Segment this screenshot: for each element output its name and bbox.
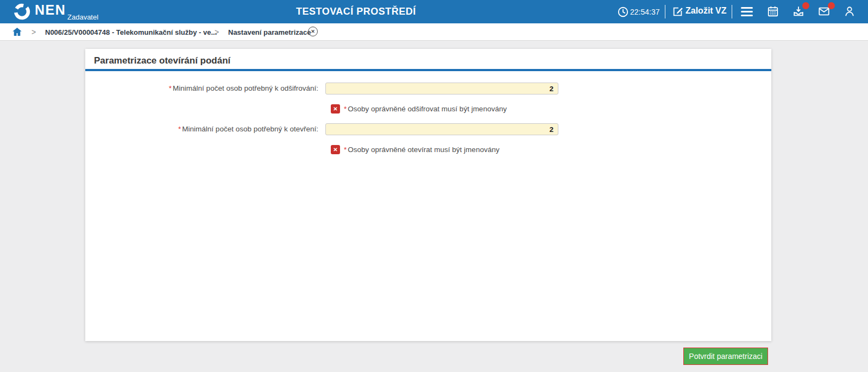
breadcrumb-separator: > [215, 28, 219, 36]
edit-icon [672, 5, 684, 17]
close-tab-icon[interactable]: ✕ [308, 27, 318, 36]
downloads-badge [802, 2, 809, 9]
page-title: Parametrizace otevírání podání [94, 55, 230, 66]
breadcrumb-item-procurement[interactable]: N006/25/V00004748 - Telekomunikační služ… [45, 28, 217, 36]
brand-name: NEN [35, 2, 66, 18]
confirm-parametrization-button[interactable]: Potvrdit parametrizaci [683, 348, 768, 365]
clock-icon [617, 0, 629, 23]
required-mark: * [344, 105, 347, 113]
menu-icon[interactable] [741, 7, 753, 18]
topbar-divider [665, 5, 665, 18]
breadcrumb-separator: > [32, 28, 36, 36]
current-time: 22:54:37 [630, 8, 660, 16]
calendar-icon[interactable] [767, 5, 780, 18]
error-icon: ✕ [331, 104, 340, 114]
open-error-row: ✕ *Osoby oprávněné otevírat musí být jme… [331, 145, 499, 154]
parametrization-panel: Parametrizace otevírání podání *Minimáln… [85, 49, 771, 341]
decrypt-error-text: *Osoby oprávněné odšifrovat musí být jme… [344, 105, 507, 113]
topbar-divider [732, 5, 732, 18]
decrypt-error-row: ✕ *Osoby oprávněné odšifrovat musí být j… [331, 104, 507, 114]
mail-badge [828, 2, 835, 9]
breadcrumb: > N006/25/V00004748 - Telekomunikační sl… [0, 23, 868, 41]
environment-title: TESTOVACÍ PROSTŘEDÍ [296, 6, 416, 17]
close-glyph: ✕ [311, 29, 315, 34]
open-error-text: *Osoby oprávněné otevírat musí být jmeno… [344, 146, 499, 154]
brand-subtitle: Zadavatel [67, 13, 98, 21]
decrypt-count-input[interactable] [325, 83, 558, 94]
top-bar: NEN Zadavatel TESTOVACÍ PROSTŘEDÍ 22:54:… [0, 0, 868, 23]
required-mark: * [178, 125, 181, 133]
decrypt-count-label: *Minimální počet osob potřebný k odšifro… [85, 83, 318, 94]
title-underline [85, 69, 771, 71]
required-mark: * [344, 146, 347, 154]
open-count-input[interactable] [325, 123, 558, 135]
user-icon[interactable] [844, 5, 857, 18]
home-icon[interactable] [12, 27, 22, 37]
nen-logo-icon [13, 3, 31, 21]
nen-brand[interactable]: NEN Zadavatel [0, 0, 109, 23]
open-count-label: *Minimální počet osob potřebný k otevřen… [85, 123, 318, 135]
error-icon: ✕ [331, 145, 340, 154]
breadcrumb-item-current[interactable]: Nastavení parametrizace [228, 28, 311, 36]
required-mark: * [169, 84, 172, 92]
create-vz-button[interactable]: Založit VZ [685, 6, 727, 16]
